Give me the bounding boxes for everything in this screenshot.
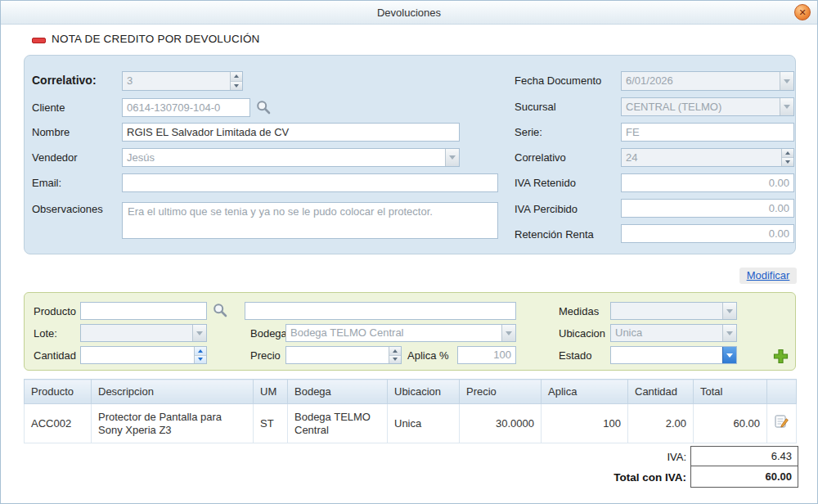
iva-total-value: 6.43 [690,446,798,466]
cell-bodega: Bodega TELMO Central [288,404,388,443]
spinner-arrows-icon[interactable] [389,347,401,363]
add-item-button[interactable] [773,349,789,364]
chevron-down-icon[interactable] [722,347,736,363]
bodega-dropdown[interactable]: Bodega TELMO Central [285,324,516,342]
chevron-down-icon[interactable] [445,149,459,166]
chevron-down-icon[interactable] [192,325,206,341]
cell-um: ST [254,404,288,443]
iva-percibido-label: IVA Percibido [515,203,578,215]
devoluciones-window: Devoluciones ✕ NOTA DE CREDITO POR DEVOL… [0,0,818,504]
cantidad-stepper[interactable] [80,346,207,364]
spinner-arrows-icon[interactable] [230,72,242,90]
medidas-dropdown[interactable] [610,302,737,320]
search-icon[interactable] [255,99,272,115]
chevron-down-icon[interactable] [780,98,793,115]
cell-producto: ACC002 [25,404,92,443]
sucursal-dropdown[interactable]: CENTRAL (TELMO) [621,97,794,116]
serie-label: Serie: [515,126,542,138]
plus-icon [773,349,789,364]
total-con-iva-value: 60.00 [690,466,798,488]
estado-dropdown[interactable] [610,346,737,364]
serie-field[interactable]: FE [621,123,794,142]
search-icon[interactable] [212,302,228,318]
ubicacion-label: Ubicacion [559,327,605,340]
chevron-down-icon[interactable] [501,325,515,341]
close-button[interactable]: ✕ [794,4,811,20]
producto-label: Producto [34,305,76,317]
bodega-label: Bodega [250,327,287,340]
lote-dropdown[interactable] [80,324,207,342]
retencion-renta-field[interactable]: 0.00 [621,224,794,243]
observaciones-label: Observaciones [32,203,103,215]
modificar-link[interactable]: Modificar [739,268,797,284]
col-actions [767,380,797,404]
col-aplica: Aplica [542,380,628,404]
fecha-documento-dropdown[interactable]: 6/01/2026 [621,71,794,91]
precio-label: Precio [250,349,281,362]
chevron-down-icon[interactable] [722,303,736,319]
cliente-field[interactable]: 0614-130709-104-0 [122,98,250,117]
aplica-label: Aplica % [407,349,449,362]
col-cantidad: Cantidad [628,380,694,404]
close-icon: ✕ [795,5,810,20]
cell-aplica: 100 [542,404,628,443]
col-ubicacion: Ubicacion [388,380,460,404]
cantidad-label: Cantidad [34,349,76,362]
iva-percibido-field[interactable]: 0.00 [621,199,794,218]
ubicacion-dropdown[interactable]: Unica [610,324,737,342]
email-label: Email: [32,177,61,189]
nombre-label: Nombre [32,126,70,138]
aplica-field[interactable]: 100 [457,346,516,364]
spinner-arrows-icon[interactable] [194,347,206,363]
precio-stepper[interactable] [285,346,402,364]
email-field[interactable] [122,173,498,192]
edit-row-button[interactable] [774,414,789,430]
col-total: Total [694,380,767,404]
col-um: UM [254,380,288,404]
chevron-down-icon[interactable] [722,325,736,341]
iva-retenido-field[interactable]: 0.00 [621,173,794,192]
cell-total: 60.00 [694,404,767,443]
cell-cantidad: 2.00 [628,404,694,443]
minus-icon [32,38,46,43]
retencion-renta-label: Retención Renta [515,228,594,241]
sucursal-label: Sucursal [515,101,556,113]
observaciones-textarea[interactable]: Era el ultimo que se tenia y ya no se le… [122,202,498,239]
correlativo-label: Correlativo: [32,74,97,87]
table-header-row: Producto Descripcion UM Bodega Ubicacion… [25,380,797,404]
lote-label: Lote: [34,327,57,340]
cliente-label: Cliente [32,101,65,114]
chevron-down-icon[interactable] [780,72,793,90]
col-precio: Precio [460,380,542,404]
items-table: Producto Descripcion UM Bodega Ubicacion… [24,379,797,443]
cell-precio: 30.0000 [460,404,542,443]
total-con-iva-label: Total con IVA: [524,471,686,484]
producto-field[interactable] [80,302,207,320]
spinner-arrows-icon[interactable] [781,149,793,166]
col-producto: Producto [25,380,92,404]
col-bodega: Bodega [288,380,388,404]
iva-total-label: IVA: [573,451,686,463]
cell-descripcion: Protector de Pantalla para Sony Xperia Z… [92,404,254,443]
vendedor-dropdown[interactable]: Jesús [122,148,460,167]
nombre-field[interactable]: RGIS EL Salvador Limitada de CV [122,123,460,142]
estado-label: Estado [559,349,591,362]
edit-icon [774,414,789,430]
correlativo-doc-label: Correlativo [515,151,566,164]
vendedor-label: Vendedor [32,151,78,164]
iva-retenido-label: IVA Retenido [515,177,576,189]
producto-descripcion-field[interactable] [245,302,516,320]
page-title: NOTA DE CREDITO POR DEVOLUCIÓN [52,33,260,45]
correlativo-doc-stepper[interactable]: 24 [621,148,794,167]
window-title: Devoluciones [1,7,817,19]
table-row: ACC002 Protector de Pantalla para Sony X… [25,404,797,443]
fecha-documento-label: Fecha Documento [515,74,601,87]
titlebar: Devoluciones [1,1,817,25]
cell-ubicacion: Unica [388,404,460,443]
medidas-label: Medidas [559,305,599,317]
correlativo-stepper[interactable]: 3 [122,71,243,91]
col-descripcion: Descripcion [92,380,254,404]
cell-actions [767,404,797,443]
